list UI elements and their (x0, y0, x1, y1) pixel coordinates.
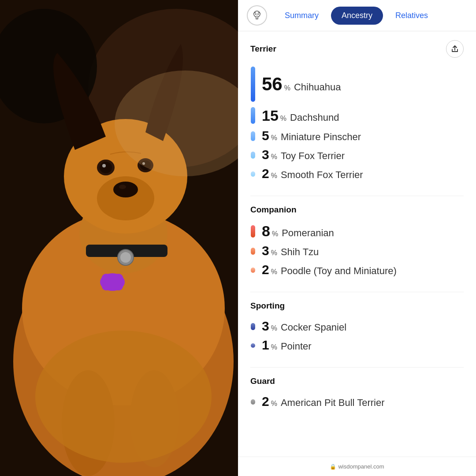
section-header-sporting: Sporting (250, 301, 464, 311)
section-terrier: Terrier 56 % (250, 40, 464, 183)
breed-row-pointer: 1 % Pointer (250, 336, 464, 355)
sporting-breeds: 3 % Cocker Spaniel 1 % Pointer (250, 317, 464, 355)
bar-pointer (250, 343, 256, 348)
bar-smoothfox (250, 171, 256, 177)
tab-ancestry[interactable]: Ancestry (331, 7, 383, 25)
symbol-shihtzu: % (271, 249, 277, 257)
name-pitbull: American Pit Bull Terrier (281, 397, 385, 409)
svg-point-22 (102, 283, 111, 290)
breed-info-toyfoxterrier: 3 % Toy Fox Terrier (262, 148, 464, 162)
footer-url: wisdompanel.com (338, 463, 384, 470)
symbol-dachshund: % (280, 115, 286, 123)
bar-pomeranian (250, 225, 256, 238)
tab-summary[interactable]: Summary (274, 7, 329, 25)
breed-row-dachshund: 15 % Dachshund (250, 104, 464, 126)
breed-info-cocker: 3 % Cocker Spaniel (262, 320, 464, 333)
name-cocker: Cocker Spaniel (281, 322, 346, 333)
svg-point-8 (113, 182, 138, 197)
breed-info-minpin: 5 % Miniature Pinscher (262, 129, 464, 143)
bar-dachshund (250, 107, 256, 124)
breed-row-shihtzu: 3 % Shih Tzu (250, 242, 464, 260)
breed-info-chihuahua: 56 % Chihuahua (262, 75, 464, 93)
app-logo (247, 5, 267, 26)
footer: 🔒 wisdompanel.com (238, 457, 476, 476)
svg-point-29 (257, 14, 259, 15)
breed-row-cocker: 3 % Cocker Spaniel (250, 317, 464, 336)
divider-1 (250, 196, 464, 196)
svg-point-12 (102, 164, 106, 167)
svg-point-21 (114, 274, 123, 282)
pct-pomeranian: 8 (262, 223, 270, 238)
svg-point-9 (119, 185, 126, 189)
dog-photo (0, 0, 238, 476)
svg-point-23 (114, 283, 123, 290)
pct-dachshund: 15 (262, 108, 279, 123)
name-poodle: Poodle (Toy and Miniature) (281, 265, 397, 277)
dog-logo-icon (251, 9, 263, 22)
breed-row-pitbull: 2 % American Pit Bull Terrier (250, 392, 464, 411)
pct-cocker: 3 (262, 320, 269, 333)
svg-point-11 (100, 162, 112, 173)
svg-point-26 (35, 331, 212, 463)
svg-point-28 (255, 14, 257, 15)
section-title-terrier: Terrier (250, 44, 276, 54)
symbol-chihuahua: % (284, 84, 290, 92)
name-toyfoxterrier: Toy Fox Terrier (281, 150, 345, 162)
section-companion: Companion 8 % Pomeranian (250, 205, 464, 279)
name-pointer: Pointer (281, 341, 312, 352)
bar-shihtzu (250, 248, 256, 255)
symbol-pitbull: % (271, 400, 277, 408)
pct-minpin: 5 (262, 129, 269, 142)
name-shihtzu: Shih Tzu (281, 246, 319, 258)
section-sporting: Sporting 3 % Cocker Spaniel (250, 301, 464, 355)
companion-breeds: 8 % Pomeranian 3 % Shih Tzu (250, 221, 464, 279)
symbol-minpin: % (271, 134, 277, 142)
pct-shihtzu: 3 (262, 244, 269, 257)
bar-cocker (250, 323, 256, 330)
share-button[interactable] (446, 40, 464, 58)
symbol-cocker: % (271, 324, 277, 332)
breed-row-poodle: 2 % Poodle (Toy and Miniature) (250, 260, 464, 279)
nav-tabs: Summary Ancestry Relatives (274, 7, 439, 25)
lock-icon: 🔒 (330, 464, 336, 470)
name-dachshund: Dachshund (290, 112, 339, 123)
terrier-breeds: 56 % Chihuahua 15 % Dachshund (250, 64, 464, 183)
breed-row-smoothfox: 2 % Smooth Fox Terrier (250, 164, 464, 183)
breed-info-pointer: 1 % Pointer (262, 338, 464, 352)
svg-point-18 (120, 252, 131, 263)
name-minpin: Miniature Pinscher (281, 131, 361, 143)
bar-minpin (250, 131, 256, 141)
breed-row-toyfoxterrier: 3 % Toy Fox Terrier (250, 145, 464, 164)
tab-relatives[interactable]: Relatives (385, 7, 439, 25)
symbol-toyfoxterrier: % (271, 153, 277, 161)
name-chihuahua: Chihuahua (294, 82, 341, 93)
breed-info-shihtzu: 3 % Shih Tzu (262, 244, 464, 258)
svg-point-20 (102, 274, 111, 282)
divider-3 (250, 367, 464, 368)
section-header-guard: Guard (250, 376, 464, 386)
breed-row-minpin: 5 % Miniature Pinscher (250, 126, 464, 145)
section-header-companion: Companion (250, 205, 464, 215)
pct-poodle: 2 (262, 263, 269, 276)
section-title-guard: Guard (250, 376, 275, 386)
bar-poodle (250, 268, 256, 273)
name-pomeranian: Pomeranian (282, 227, 334, 239)
breed-info-dachshund: 15 % Dachshund (262, 108, 464, 123)
breed-row-chihuahua: 56 % Chihuahua (250, 64, 464, 104)
section-guard: Guard 2 % American Pit Bull Terrier (250, 376, 464, 411)
breed-row-pomeranian: 8 % Pomeranian (250, 221, 464, 242)
pct-pitbull: 2 (262, 395, 269, 408)
breed-info-poodle: 2 % Poodle (Toy and Miniature) (262, 263, 464, 277)
pct-pointer: 1 (262, 338, 269, 352)
breed-info-smoothfox: 2 % Smooth Fox Terrier (262, 167, 464, 181)
right-panel: Summary Ancestry Relatives Terrier (238, 0, 476, 476)
nav-bar: Summary Ancestry Relatives (238, 0, 476, 31)
symbol-pomeranian: % (272, 230, 278, 238)
guard-breeds: 2 % American Pit Bull Terrier (250, 392, 464, 411)
dog-photo-panel (0, 0, 238, 476)
section-title-companion: Companion (250, 205, 297, 215)
pct-chihuahua: 56 (262, 75, 283, 93)
section-header-terrier: Terrier (250, 40, 464, 58)
pct-smoothfox: 2 (262, 167, 269, 180)
symbol-smoothfox: % (271, 172, 277, 180)
